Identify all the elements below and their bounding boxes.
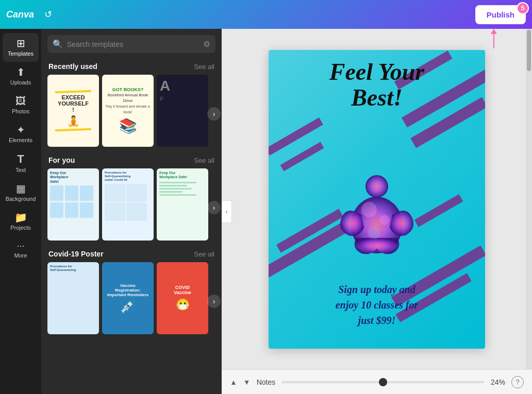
poster-title[interactable]: Feel YourBest! bbox=[279, 59, 475, 111]
sidebar-item-more[interactable]: ··· More bbox=[3, 236, 39, 264]
workplace-title: Keep OurWorkplaceSafe! bbox=[50, 171, 96, 184]
recently-used-header: Recently used See all bbox=[41, 59, 222, 75]
for-you-header: For you See all bbox=[41, 153, 222, 168]
sidebar-item-elements[interactable]: ✦ Elements bbox=[3, 119, 39, 148]
filter-icon[interactable]: ⚙ bbox=[203, 39, 210, 49]
sidebar-item-uploads[interactable]: ⬆ Uploads bbox=[3, 62, 39, 91]
notes-slider-track[interactable] bbox=[281, 381, 485, 383]
text-icon: T bbox=[17, 153, 24, 165]
app-logo: Canva bbox=[6, 9, 34, 20]
covid-1-cell-4 bbox=[72, 293, 92, 311]
zoom-label: 24% bbox=[491, 378, 505, 386]
scroll-up-button[interactable]: ▲ bbox=[230, 378, 237, 386]
template-thumb-workplace[interactable]: Keep OurWorkplaceSafe! bbox=[47, 168, 99, 241]
design-canvas[interactable]: Feel YourBest! bbox=[269, 50, 485, 349]
main-layout: ⊞ Templates ⬆ Uploads 🖼 Photos ✦ Element… bbox=[0, 29, 532, 394]
search-input[interactable] bbox=[67, 40, 199, 48]
help-button[interactable]: ? bbox=[511, 376, 524, 388]
poster-subtitle[interactable]: Sign up today andenjoy 10 classes forjus… bbox=[279, 282, 475, 328]
recently-used-next-arrow[interactable]: › bbox=[207, 107, 221, 121]
kp-item-5 bbox=[159, 194, 196, 196]
sidebar-item-label: Background bbox=[6, 196, 36, 202]
canvas-area: Feel YourBest! bbox=[222, 29, 532, 394]
for-you-next-arrow[interactable]: › bbox=[207, 201, 221, 214]
svg-point-3 bbox=[379, 215, 390, 225]
recently-used-row: EXCEEDYOURSELF! 🧘 GOT BOOKS?Bockford Ann… bbox=[41, 75, 222, 153]
for-you-row: Keep OurWorkplaceSafe! Procedures forSel… bbox=[41, 168, 222, 247]
recently-used-see-all[interactable]: See all bbox=[194, 63, 214, 71]
cv-cell-4 bbox=[126, 203, 147, 221]
elements-icon: ✦ bbox=[16, 125, 25, 135]
exceed-title-text: EXCEEDYOURSELF! bbox=[58, 94, 89, 113]
workplace-items-2 bbox=[50, 202, 96, 218]
sidebar-item-label: More bbox=[14, 252, 27, 259]
cv-cell-1 bbox=[105, 184, 125, 202]
photos-icon: 🖼 bbox=[15, 96, 26, 106]
covid-poster-title: Covid-19 Poster bbox=[48, 250, 104, 258]
covid-procedures-title: Procedures forSelf-Quarantiningunder Cov… bbox=[105, 171, 151, 182]
covid-grid bbox=[105, 184, 151, 221]
collapse-panel-button[interactable]: ‹ bbox=[222, 200, 232, 223]
sidebar-item-projects[interactable]: 📁 Projects bbox=[3, 207, 39, 236]
dark-letter-text: A bbox=[160, 78, 170, 94]
books-emoji: 📚 bbox=[119, 117, 137, 134]
sidebar-item-label: Uploads bbox=[10, 79, 31, 85]
template-thumb-vaccine[interactable]: VaccineRegistration:Important Reminders … bbox=[102, 262, 154, 334]
template-thumb-exceed[interactable]: EXCEEDYOURSELF! 🧘 bbox=[47, 75, 99, 147]
uploads-icon: ⬆ bbox=[16, 67, 25, 77]
search-bar: 🔍 ⚙ bbox=[47, 35, 215, 53]
template-thumb-covid-procedures[interactable]: Procedures forSelf-Quarantiningunder Cov… bbox=[102, 168, 154, 241]
covid-poster-next-arrow[interactable]: › bbox=[207, 295, 221, 308]
template-thumb-covid-1[interactable]: Procedures forSelf-Quarantining bbox=[47, 262, 99, 334]
covid-1-grid bbox=[50, 273, 96, 311]
sidebar-item-label: Photos bbox=[12, 108, 29, 114]
template-thumb-books[interactable]: GOT BOOKS?Bockford Annual Book DrivePay … bbox=[102, 75, 154, 147]
covid-poster-row: Procedures forSelf-Quarantining VaccineR… bbox=[41, 262, 222, 340]
template-thumb-covid-red[interactable]: COVIDVaccine 😷 bbox=[157, 262, 208, 334]
sidebar-item-templates[interactable]: ⊞ Templates bbox=[3, 33, 39, 62]
scrollbar-thumb[interactable] bbox=[527, 30, 531, 71]
header: Canva ↺ Publish 5 bbox=[0, 0, 532, 29]
canvas-scroll[interactable]: Feel YourBest! bbox=[222, 29, 532, 369]
kp-item-3 bbox=[159, 188, 192, 190]
covid-poster-see-all[interactable]: See all bbox=[194, 250, 214, 258]
for-you-title: For you bbox=[48, 156, 75, 164]
wp-item-2 bbox=[65, 185, 78, 201]
wp-item-6 bbox=[80, 202, 93, 218]
vaccine-title: VaccineRegistration:Important Reminders bbox=[107, 283, 148, 297]
sidebar-item-background[interactable]: ▦ Background bbox=[3, 178, 39, 207]
for-you-see-all[interactable]: See all bbox=[194, 157, 214, 164]
yoga-emoji: 🧘 bbox=[67, 115, 80, 127]
sidebar-item-label: Projects bbox=[10, 225, 31, 231]
template-panel: 🔍 ⚙ Recently used See all EXCEEDYOURSELF… bbox=[41, 29, 222, 394]
sidebar-item-photos[interactable]: 🖼 Photos bbox=[3, 91, 39, 119]
search-icon: 🔍 bbox=[53, 39, 63, 49]
bottom-bar: ▲ ▼ Notes 24% ? bbox=[222, 369, 532, 394]
poster-figure bbox=[330, 158, 423, 261]
stripe-10 bbox=[280, 142, 324, 171]
wp-item-5 bbox=[65, 202, 78, 218]
undo-button[interactable]: ↺ bbox=[40, 7, 56, 22]
svg-point-2 bbox=[361, 202, 377, 217]
cv-cell-3 bbox=[105, 203, 125, 221]
stripe-decoration-2 bbox=[55, 128, 91, 131]
template-thumb-dark[interactable]: A P bbox=[157, 75, 208, 147]
kp-item-4 bbox=[159, 191, 182, 193]
notes-slider-thumb[interactable] bbox=[379, 378, 387, 386]
svg-point-1 bbox=[365, 175, 388, 198]
workplace-items bbox=[50, 185, 96, 201]
covid-red-text: COVIDVaccine bbox=[174, 285, 191, 295]
kp-item-2 bbox=[159, 185, 187, 186]
sidebar-item-label: Text bbox=[15, 167, 26, 173]
notes-label: Notes bbox=[257, 378, 276, 386]
template-thumb-keep-workplace[interactable]: Keep OurWorkplace Safe! bbox=[157, 168, 208, 241]
templates-icon: ⊞ bbox=[16, 38, 25, 48]
canvas-scrollbar-vertical[interactable] bbox=[526, 29, 532, 369]
arrow-indicator bbox=[491, 29, 497, 48]
wp-item-1 bbox=[50, 185, 63, 201]
sidebar-item-text[interactable]: T Text bbox=[3, 148, 39, 178]
sidebar-item-label: Elements bbox=[9, 137, 32, 143]
wp-item-3 bbox=[80, 185, 93, 201]
projects-icon: 📁 bbox=[14, 212, 27, 222]
scroll-down-button[interactable]: ▼ bbox=[243, 378, 251, 386]
